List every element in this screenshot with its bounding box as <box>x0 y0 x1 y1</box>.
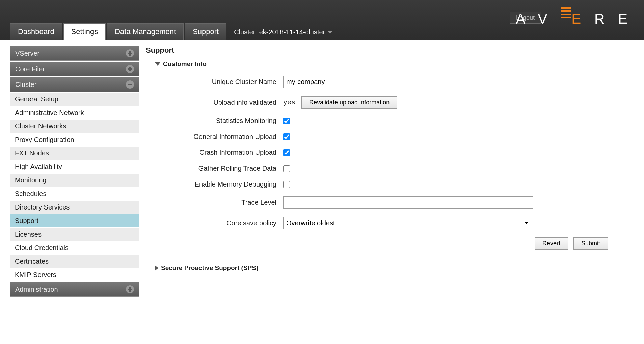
label-upload-validated: Upload info validated <box>158 99 283 106</box>
sidebar-section-vserver[interactable]: VServer <box>10 46 139 61</box>
sidebar-item-cloud-credentials[interactable]: Cloud Credentials <box>10 241 139 255</box>
revert-button[interactable]: Revert <box>535 237 568 250</box>
sidebar-item-licenses[interactable]: Licenses <box>10 228 139 241</box>
core-save-policy-select[interactable]: Overwrite oldest <box>283 217 533 229</box>
label-general-info-upload: General Information Upload <box>158 133 283 141</box>
sidebar: VServer Core Filer Cluster General Setup… <box>10 46 139 297</box>
unique-cluster-name-input[interactable] <box>283 76 533 88</box>
sidebar-item-support[interactable]: Support <box>10 214 139 228</box>
brand-logo: A V E R E <box>516 11 632 27</box>
sps-panel: Secure Proactive Support (SPS) <box>146 264 634 281</box>
sidebar-item-monitoring[interactable]: Monitoring <box>10 174 139 187</box>
label-enable-mem-debug: Enable Memory Debugging <box>158 180 283 188</box>
label-unique-cluster-name: Unique Cluster Name <box>158 78 283 86</box>
sidebar-item-proxy-config[interactable]: Proxy Configuration <box>10 133 139 147</box>
sidebar-section-label: Core Filer <box>15 65 45 73</box>
cluster-label-text: Cluster: ek-2018-11-14-cluster <box>234 28 325 36</box>
sidebar-item-kmip-servers[interactable]: KMIP Servers <box>10 268 139 282</box>
sps-legend[interactable]: Secure Proactive Support (SPS) <box>153 264 260 272</box>
label-trace-level: Trace Level <box>158 199 283 206</box>
customer-info-legend[interactable]: Customer Info <box>153 60 209 68</box>
sidebar-item-schedules[interactable]: Schedules <box>10 187 139 201</box>
sidebar-item-general-setup[interactable]: General Setup <box>10 93 139 106</box>
enable-mem-debug-checkbox[interactable] <box>283 181 290 188</box>
tab-data-management[interactable]: Data Management <box>107 23 184 40</box>
crash-info-upload-checkbox[interactable] <box>283 149 290 156</box>
plus-icon <box>126 285 134 293</box>
sidebar-section-label: VServer <box>15 50 39 57</box>
submit-button[interactable]: Submit <box>573 237 608 250</box>
tab-settings[interactable]: Settings <box>63 23 106 40</box>
general-info-upload-checkbox[interactable] <box>283 133 290 140</box>
label-gather-rolling-trace: Gather Rolling Trace Data <box>158 165 283 172</box>
sidebar-section-label: Cluster <box>15 81 36 89</box>
triangle-down-icon <box>155 62 160 66</box>
sidebar-section-core-filer[interactable]: Core Filer <box>10 62 139 76</box>
gather-rolling-trace-checkbox[interactable] <box>283 165 290 172</box>
top-bar: Logout A V E R E Dashboard Settings Data… <box>0 0 644 40</box>
upload-validated-value: yes <box>283 99 295 106</box>
sidebar-item-certificates[interactable]: Certificates <box>10 255 139 268</box>
sidebar-item-cluster-networks[interactable]: Cluster Networks <box>10 120 139 133</box>
sidebar-section-administration[interactable]: Administration <box>10 282 139 297</box>
minus-icon <box>126 80 134 89</box>
legend-text: Customer Info <box>163 60 207 68</box>
content-area: Support Customer Info Unique Cluster Nam… <box>146 46 634 297</box>
sidebar-item-directory-services[interactable]: Directory Services <box>10 201 139 214</box>
tab-support[interactable]: Support <box>185 23 226 40</box>
legend-text: Secure Proactive Support (SPS) <box>161 264 258 272</box>
chevron-down-icon <box>328 31 332 34</box>
sidebar-section-label: Administration <box>15 286 58 293</box>
customer-info-panel: Customer Info Unique Cluster Name Upload… <box>146 60 634 256</box>
revalidate-button[interactable]: Revalidate upload information <box>301 96 397 109</box>
cluster-selector[interactable]: Cluster: ek-2018-11-14-cluster <box>228 25 339 40</box>
stats-monitoring-checkbox[interactable] <box>283 118 290 124</box>
plus-icon <box>126 49 134 57</box>
trace-level-input[interactable] <box>283 196 533 209</box>
sidebar-item-fxt-nodes[interactable]: FXT Nodes <box>10 147 139 160</box>
label-crash-info-upload: Crash Information Upload <box>158 149 283 156</box>
triangle-right-icon <box>155 265 158 271</box>
nav-tabs: Dashboard Settings Data Management Suppo… <box>10 23 339 40</box>
label-stats-monitoring: Statistics Monitoring <box>158 117 283 125</box>
label-core-save-policy: Core save policy <box>158 219 283 227</box>
tab-dashboard[interactable]: Dashboard <box>10 23 62 40</box>
plus-icon <box>126 65 134 73</box>
sidebar-section-cluster[interactable]: Cluster <box>10 77 139 92</box>
page-title: Support <box>146 46 634 55</box>
sidebar-item-high-availability[interactable]: High Availability <box>10 160 139 174</box>
sidebar-item-admin-network[interactable]: Administrative Network <box>10 106 139 120</box>
